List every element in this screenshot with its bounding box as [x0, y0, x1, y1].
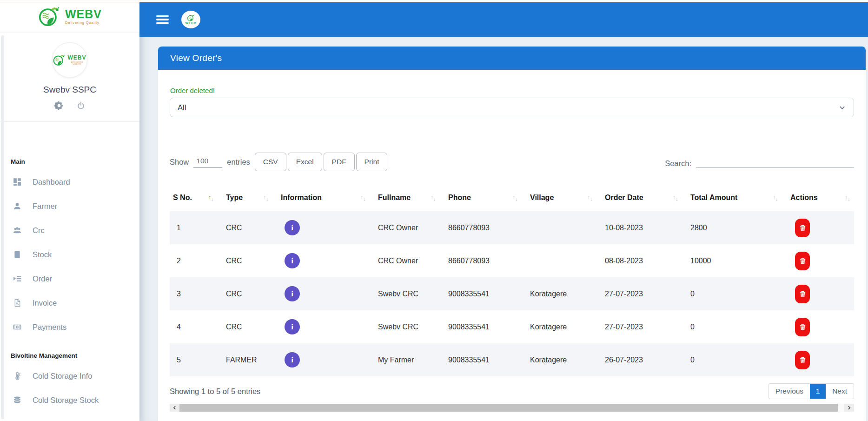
- info-button[interactable]: i: [285, 319, 300, 334]
- cell-village: Koratagere: [530, 310, 605, 343]
- pagination-next[interactable]: Next: [826, 384, 854, 399]
- avatar[interactable]: WEBV Delivering Quality: [52, 42, 87, 78]
- org-name: Swebv SSPC: [0, 85, 139, 95]
- cell-actions: [790, 310, 854, 343]
- export-excel-button[interactable]: Excel: [288, 153, 322, 171]
- sidebar-item-stock[interactable]: Stock: [0, 242, 139, 267]
- entries-label: entries: [227, 158, 250, 167]
- cell-total-amount: 10000: [690, 244, 790, 277]
- sort-icon: ↑↓: [263, 194, 269, 201]
- h-scrollbar-right-arrow[interactable]: [844, 404, 854, 412]
- order-filter-select[interactable]: All: [170, 98, 854, 117]
- info-button[interactable]: i: [285, 286, 300, 301]
- sidebar-item-order[interactable]: Order: [0, 267, 139, 291]
- cell-information: i: [281, 244, 378, 277]
- settings-button[interactable]: [54, 101, 64, 110]
- search-label: Search:: [665, 159, 691, 168]
- entries-summary: Showing 1 to 5 of 5 entries: [170, 387, 260, 396]
- brand-leaf-icon: [187, 14, 195, 22]
- cell-fullname: CRC Owner: [378, 211, 448, 244]
- delete-order-button[interactable]: [795, 351, 810, 369]
- trash-icon: [799, 257, 806, 265]
- sidebar-item-payments[interactable]: Payments: [0, 315, 139, 339]
- menu-toggle-button[interactable]: [156, 15, 169, 24]
- cell-type: FARMER: [226, 343, 281, 376]
- trash-icon: [799, 224, 806, 232]
- column-header-s-no[interactable]: S No. ↑↓: [170, 184, 226, 211]
- cell-actions: [790, 343, 854, 376]
- column-header-phone[interactable]: Phone ↑↓: [448, 184, 530, 211]
- info-button[interactable]: i: [285, 352, 300, 368]
- sidebar-item-invoice[interactable]: Invoice: [0, 291, 139, 315]
- sidebar-item-crc[interactable]: Crc: [0, 218, 139, 242]
- info-button[interactable]: i: [285, 220, 300, 235]
- delete-order-button[interactable]: [795, 285, 810, 303]
- page-title: View Order's: [170, 53, 222, 63]
- main-area: WEBV View Order's Order deleted! All Sho…: [139, 0, 868, 421]
- sort-icon: ↑↓: [512, 194, 518, 201]
- sort-icon: ↑↓: [773, 194, 778, 201]
- sidebar-item-dashboard[interactable]: Dashboard: [0, 170, 139, 194]
- column-header-label: Village: [530, 194, 554, 202]
- column-header-village[interactable]: Village ↑↓: [530, 184, 605, 211]
- sidebar-scrollbar[interactable]: [1, 35, 4, 419]
- cell-phone: 8660778093: [448, 211, 530, 244]
- column-header-order-date[interactable]: Order Date ↑↓: [605, 184, 690, 211]
- delete-order-button[interactable]: [795, 318, 810, 336]
- cell-information: i: [281, 211, 378, 244]
- cell-fullname: Swebv CRC: [378, 310, 448, 343]
- brand-leaf-icon: [53, 53, 66, 67]
- cell-phone: 8660778093: [448, 244, 530, 277]
- navbar-logo[interactable]: WEBV: [181, 11, 200, 28]
- search-input[interactable]: [696, 156, 854, 168]
- column-header-fullname[interactable]: Fullname ↑↓: [378, 184, 448, 211]
- h-scrollbar-thumb[interactable]: [179, 404, 838, 412]
- sidebar-nav: Main Dashboard Farmer Crc Stock Order In…: [0, 122, 139, 412]
- cell-order-date: 27-07-2023: [605, 310, 690, 343]
- h-scrollbar-left-arrow[interactable]: [170, 404, 179, 412]
- chevron-right-icon: [847, 405, 851, 410]
- cell-type: CRC: [226, 211, 281, 244]
- show-label: Show: [170, 158, 189, 167]
- cell-information: i: [281, 310, 378, 343]
- column-header-information[interactable]: Information ↑↓: [281, 184, 378, 211]
- table-header-row: S No. ↑↓ Type ↑↓ Information ↑↓ Fullname…: [170, 184, 854, 211]
- sort-icon: ↑↓: [360, 194, 366, 201]
- farmer-icon: [12, 202, 22, 210]
- table-row: 4 CRC i Swebv CRC 9008335541 Koratagere …: [170, 310, 854, 343]
- sidebar-item-cold-storage-info[interactable]: Cold Storage Info: [0, 364, 139, 388]
- dashboard-icon: [12, 178, 22, 186]
- sort-icon: ↑↓: [587, 194, 593, 201]
- table-row: 5 FARMER i My Farmer 9008335541 Koratage…: [170, 343, 854, 376]
- entries-count-input[interactable]: [193, 156, 222, 168]
- column-header-type[interactable]: Type ↑↓: [226, 184, 281, 211]
- top-navbar: WEBV: [139, 2, 868, 37]
- export-buttons: CSVExcelPDFPrint: [255, 153, 388, 171]
- profile-block: WEBV Delivering Quality Swebv SSPC: [0, 33, 139, 122]
- pagination-previous[interactable]: Previous: [769, 384, 810, 399]
- sidebar-item-cold-storage-stock[interactable]: Cold Storage Stock: [0, 388, 139, 412]
- cell-actions: [790, 211, 854, 244]
- order-filter-value: All: [178, 103, 186, 112]
- cell-fullname: My Farmer: [378, 343, 448, 376]
- export-csv-button[interactable]: CSV: [255, 153, 286, 171]
- info-button[interactable]: i: [285, 253, 300, 268]
- h-scrollbar-track[interactable]: [179, 404, 844, 412]
- cell-phone: 9008335541: [448, 310, 530, 343]
- brand-leaf-icon: [38, 5, 61, 28]
- trash-icon: [799, 323, 806, 331]
- logout-button[interactable]: [77, 101, 85, 110]
- delete-order-button[interactable]: [795, 252, 810, 270]
- delete-order-button[interactable]: [795, 219, 810, 237]
- orders-table-body: 1 CRC i CRC Owner 8660778093 10-08-2023 …: [170, 211, 854, 376]
- brand-logo[interactable]: WEBV Delivering Quality: [0, 0, 139, 33]
- column-header-total-amount[interactable]: Total Amount ↑↓: [690, 184, 790, 211]
- table-row: 2 CRC i CRC Owner 8660778093 08-08-2023 …: [170, 244, 854, 277]
- sidebar-item-farmer[interactable]: Farmer: [0, 194, 139, 218]
- cell-order-date: 27-07-2023: [605, 277, 690, 310]
- pagination-page-1[interactable]: 1: [810, 384, 826, 399]
- content-area: View Order's Order deleted! All Show ent…: [139, 37, 868, 421]
- column-header-actions[interactable]: Actions ↑↓: [790, 184, 854, 211]
- export-pdf-button[interactable]: PDF: [324, 153, 355, 171]
- export-print-button[interactable]: Print: [356, 153, 388, 171]
